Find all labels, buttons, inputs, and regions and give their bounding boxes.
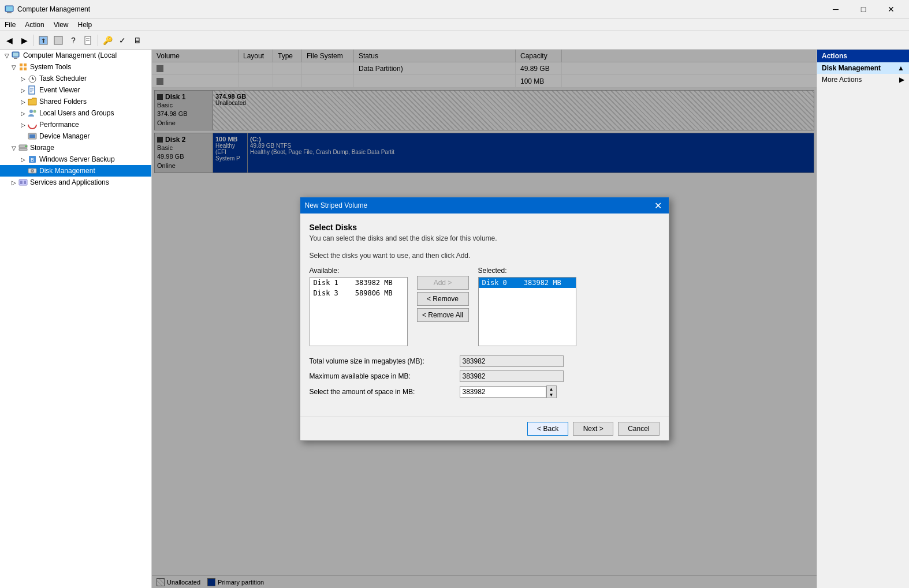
- sel-disk0[interactable]: Disk 0 383982 MB: [479, 278, 576, 288]
- title-bar-left: Computer Management: [5, 5, 90, 14]
- available-label: Available:: [310, 267, 408, 275]
- next-button[interactable]: Next >: [573, 422, 613, 436]
- sidebar-item-device-manager-label: Device Manager: [39, 132, 90, 140]
- add-button[interactable]: Add >: [417, 276, 469, 290]
- field-amount-input-container: ▲ ▼: [460, 385, 557, 398]
- storage-icon: [18, 143, 28, 152]
- sidebar-item-storage[interactable]: ▽ Storage: [0, 142, 151, 153]
- modal-overlay: New Striped Volume ✕ Select Disks You ca…: [152, 50, 817, 588]
- field-total: Total volume size in megabytes (MB): 383…: [310, 355, 660, 367]
- field-amount-input[interactable]: [460, 386, 546, 398]
- menu-action[interactable]: Action: [20, 18, 49, 31]
- selected-list-container: Selected: Disk 0 383982 MB: [478, 267, 576, 346]
- expander-perf: ▷: [18, 120, 28, 129]
- sidebar-item-root-label: Computer Management (Local: [23, 51, 117, 59]
- modal-dialog: New Striped Volume ✕ Select Disks You ca…: [300, 197, 669, 441]
- sidebar-item-services[interactable]: ▷ Services and Applications: [0, 177, 151, 188]
- expander-system-tools: ▽: [9, 62, 18, 72]
- modal-section-title: Select Disks: [310, 223, 660, 232]
- svg-rect-37: [20, 181, 23, 184]
- expander-shared: ▷: [18, 97, 28, 106]
- sidebar-item-disk-management-label: Disk Management: [39, 167, 95, 175]
- modal-close-button[interactable]: ✕: [653, 200, 664, 211]
- svg-rect-2: [6, 6, 13, 11]
- backup-icon: B: [28, 155, 37, 164]
- app-icon: [5, 5, 14, 14]
- field-max-label: Maximum available space in MB:: [310, 372, 460, 380]
- remove-all-button[interactable]: < Remove All: [417, 308, 469, 322]
- computer-icon: [12, 51, 21, 60]
- sidebar-item-shared-folders[interactable]: ▷ Shared Folders: [0, 96, 151, 107]
- sidebar-item-windows-backup[interactable]: ▷ B Windows Server Backup: [0, 153, 151, 165]
- sidebar-item-task-scheduler[interactable]: ▷ Task Scheduler: [0, 73, 151, 84]
- toolbar-check[interactable]: ✓: [116, 33, 129, 47]
- spin-down-button[interactable]: ▼: [547, 392, 556, 398]
- avail-disk1[interactable]: Disk 1 383982 MB: [310, 278, 407, 288]
- menu-bar: File Action View Help: [0, 18, 909, 31]
- disk-lists: Available: Disk 1 383982 MB Disk 3 58980…: [310, 267, 660, 346]
- selected-listbox[interactable]: Disk 0 383982 MB: [478, 277, 576, 346]
- sidebar-item-event-viewer[interactable]: ▷ Event Viewer: [0, 84, 151, 96]
- svg-rect-13: [24, 63, 27, 66]
- toolbar-forward[interactable]: ▶: [17, 33, 31, 47]
- toolbar-monitor[interactable]: 🖥: [131, 33, 144, 47]
- menu-view[interactable]: View: [49, 18, 73, 31]
- sidebar-item-disk-management[interactable]: Disk Management: [0, 165, 151, 177]
- modal-instruction: Select the disks you want to use, and th…: [310, 252, 660, 260]
- toolbar-up[interactable]: ⬆: [36, 33, 50, 47]
- modal-content: Select Disks You can select the disks an…: [300, 214, 669, 417]
- action-more-arrow: ▶: [899, 76, 904, 84]
- field-amount-label: Select the amount of space in MB:: [310, 388, 460, 396]
- svg-rect-10: [14, 58, 17, 59]
- toolbar-sep-2: [98, 35, 98, 46]
- sidebar-item-system-tools[interactable]: ▽ System Tools: [0, 61, 151, 73]
- action-more-actions[interactable]: More Actions ▶: [817, 74, 909, 85]
- sidebar-item-device-manager[interactable]: Device Manager: [0, 130, 151, 142]
- remove-button[interactable]: < Remove: [417, 292, 469, 306]
- svg-rect-15: [24, 68, 27, 70]
- toolbar-key[interactable]: 🔑: [100, 33, 114, 47]
- main-layout: ▽ Computer Management (Local ▽ System To…: [0, 50, 909, 588]
- maximize-button[interactable]: □: [850, 0, 877, 18]
- title-bar: Computer Management ─ □ ✕: [0, 0, 909, 18]
- svg-point-25: [28, 121, 36, 129]
- action-disk-management-arrow: ▲: [897, 64, 904, 72]
- expander-task: ▷: [18, 74, 28, 83]
- avail-disk3[interactable]: Disk 3 589806 MB: [310, 288, 407, 298]
- sidebar-item-local-users[interactable]: ▷ Local Users and Groups: [0, 107, 151, 119]
- sidebar-item-root[interactable]: ▽ Computer Management (Local: [0, 50, 151, 61]
- svg-point-30: [25, 145, 27, 147]
- svg-point-24: [33, 110, 36, 113]
- toolbar-back[interactable]: ◀: [2, 33, 16, 47]
- toolbar-help[interactable]: ?: [66, 33, 80, 47]
- field-total-label: Total volume size in megabytes (MB):: [310, 357, 460, 365]
- back-button[interactable]: < Back: [527, 422, 568, 436]
- sidebar-item-task-scheduler-label: Task Scheduler: [39, 74, 87, 83]
- sidebar-item-local-users-label: Local Users and Groups: [39, 109, 114, 117]
- svg-rect-29: [19, 148, 27, 151]
- spin-up-button[interactable]: ▲: [547, 386, 556, 392]
- close-button[interactable]: ✕: [878, 0, 904, 18]
- device-icon: [28, 132, 37, 141]
- right-panel: Actions Disk Management ▲ More Actions ▶: [817, 50, 909, 588]
- expander-device: [18, 132, 28, 141]
- disk-list-buttons: Add > < Remove < Remove All: [417, 267, 469, 322]
- cancel-button[interactable]: Cancel: [618, 422, 659, 436]
- available-list-container: Available: Disk 1 383982 MB Disk 3 58980…: [310, 267, 408, 346]
- action-disk-management[interactable]: Disk Management ▲: [817, 62, 909, 74]
- menu-help[interactable]: Help: [73, 18, 97, 31]
- menu-file[interactable]: File: [0, 18, 20, 31]
- users-icon: [28, 108, 37, 118]
- toolbar-new[interactable]: [81, 33, 95, 47]
- sidebar-item-performance[interactable]: ▷ Performance: [0, 119, 151, 130]
- minimize-button[interactable]: ─: [822, 0, 849, 18]
- content-area: Volume Layout Type File System Status Ca…: [152, 50, 817, 588]
- svg-rect-5: [54, 36, 62, 44]
- field-max: Maximum available space in MB: 383982: [310, 370, 660, 382]
- sidebar-item-services-label: Services and Applications: [30, 178, 109, 186]
- toolbar-console[interactable]: [51, 33, 65, 47]
- selected-label: Selected:: [478, 267, 576, 275]
- services-icon: [18, 178, 28, 187]
- available-listbox[interactable]: Disk 1 383982 MB Disk 3 589806 MB: [310, 277, 408, 346]
- svg-text:B: B: [31, 157, 34, 163]
